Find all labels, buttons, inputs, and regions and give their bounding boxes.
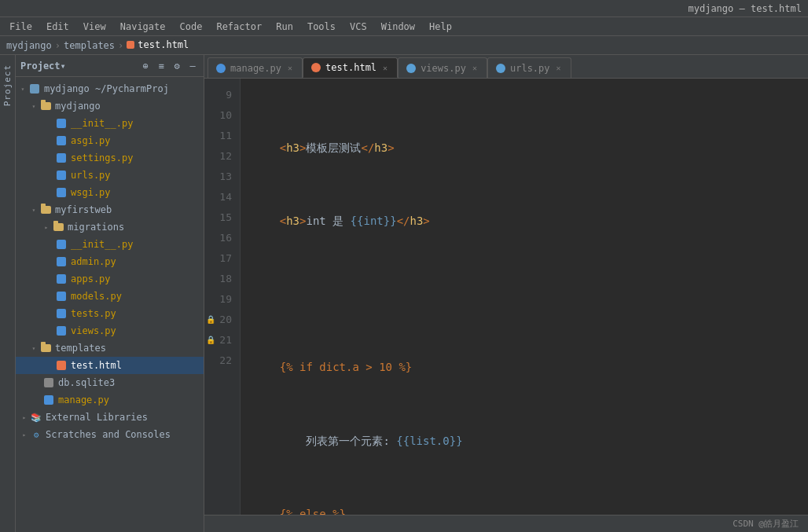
tree-toolbar: Project▾ ⊕ ≡ ⚙ — (16, 55, 204, 77)
tree-init2-label: __init__.py (71, 239, 133, 250)
line-num-19: 19 (204, 289, 240, 310)
gutter-icon-21: 🔒 (206, 334, 215, 347)
tree-myfirstweb-icon (39, 204, 52, 216)
tree-root-icon (28, 83, 41, 95)
code-tag-10: h3 (286, 212, 299, 229)
menu-refactor[interactable]: Refactor (210, 20, 268, 34)
code-line-13: 列表第一个元素: {{list.0}} (253, 431, 808, 451)
menu-tools[interactable]: Tools (301, 20, 342, 34)
tree-scratches[interactable]: ⚙ Scratches and Consoles (16, 426, 204, 443)
tree-file-tests[interactable]: tests.py (16, 305, 204, 322)
menu-run[interactable]: Run (270, 20, 299, 34)
menu-view[interactable]: View (77, 20, 112, 34)
tree-root-label: mydjango ~/PycharmProj (44, 83, 169, 94)
code-line-10: <h3>int 是 {{int}}</h3> (253, 211, 808, 231)
menu-window[interactable]: Window (375, 20, 421, 34)
tab-urls-py[interactable]: urls.py ✕ (487, 57, 571, 78)
tree-external-libraries[interactable]: 📚 External Libraries (16, 409, 204, 426)
menu-bar: File Edit View Navigate Code Refactor Ru… (0, 17, 808, 36)
tree-file-testhtml[interactable]: test.html (16, 357, 204, 374)
tree-folder-migrations[interactable]: migrations (16, 218, 204, 236)
tree-wsgi-icon (55, 186, 68, 199)
code-text-13: 列表第一个元素: (253, 432, 396, 449)
line-num-13: 13 (204, 167, 240, 187)
tree-mydjango-label: mydjango (55, 101, 101, 112)
gutter-icon-20: 🔒 (206, 314, 215, 326)
tree-tests-label: tests.py (71, 308, 116, 319)
tab-manage-label: manage.py (230, 63, 281, 74)
tree-templates-arrow (28, 343, 39, 354)
tab-views-py[interactable]: views.py ✕ (398, 57, 487, 78)
tree-file-apps[interactable]: apps.py (16, 270, 204, 288)
tree-file-asgi[interactable]: asgi.py (16, 132, 204, 149)
tab-manage-icon (216, 64, 226, 73)
project-sidebar-strip[interactable]: Project (0, 55, 16, 532)
tab-manage-py[interactable]: manage.py ✕ (208, 57, 303, 78)
breadcrumb-templates[interactable]: templates (64, 40, 115, 51)
tree-file-views[interactable]: views.py (16, 322, 204, 339)
code-var-10: {{int}} (351, 212, 397, 229)
line-num-22: 22 (204, 350, 240, 371)
menu-edit[interactable]: Edit (40, 20, 75, 34)
line-num-10: 10 (204, 105, 240, 126)
tree-folder-mydjango[interactable]: mydjango (16, 97, 204, 115)
tree-models-icon (55, 290, 68, 303)
tree-views-label: views.py (71, 325, 116, 336)
tree-file-sqlite[interactable]: db.sqlite3 (16, 374, 204, 391)
code-close-angle-9: </ (361, 139, 374, 156)
tab-views-close[interactable]: ✕ (471, 63, 479, 73)
tree-mydjango-icon (39, 100, 52, 112)
tree-file-settings[interactable]: settings.py (16, 149, 204, 167)
tree-folder-templates[interactable]: templates (16, 339, 204, 357)
code-content[interactable]: <h3>模板层测试</h3> <h3>int 是 {{int}}</h3> {%… (241, 79, 808, 515)
breadcrumb-sep-1: › (55, 40, 61, 51)
tab-testhtml-label: test.html (325, 62, 376, 73)
tree-file-init2[interactable]: __init__.py (16, 236, 204, 253)
tree-root[interactable]: mydjango ~/PycharmProj (16, 80, 204, 97)
file-tree-panel: Project▾ ⊕ ≡ ⚙ — mydjango ~/PycharmProj … (16, 55, 204, 532)
tree-models-label: models.py (71, 291, 122, 302)
code-angle-open-9: < (280, 139, 286, 156)
tab-manage-close[interactable]: ✕ (286, 63, 294, 73)
tree-file-admin[interactable]: admin.py (16, 253, 204, 270)
tree-extlib-label: External Libraries (46, 412, 148, 423)
tree-testhtml-icon (55, 359, 68, 372)
tab-urls-icon (496, 64, 505, 73)
tree-close-icon[interactable]: — (186, 60, 199, 72)
tree-file-urls[interactable]: urls.py (16, 167, 204, 184)
tab-urls-close[interactable]: ✕ (555, 63, 563, 73)
tree-file-wsgi[interactable]: wsgi.py (16, 184, 204, 201)
window-title: mydjango – test.html (689, 3, 802, 14)
tree-extlib-arrow (19, 412, 30, 423)
tree-root-arrow (17, 83, 28, 94)
tree-sqlite-arrow (31, 377, 42, 388)
menu-code[interactable]: Code (174, 20, 209, 34)
sidebar-label: Project (2, 64, 13, 106)
tab-testhtml-close[interactable]: ✕ (381, 63, 389, 73)
menu-file[interactable]: File (3, 20, 39, 34)
code-angle-close-9: > (299, 139, 306, 156)
tree-file-models[interactable]: models.py (16, 288, 204, 305)
tree-content: mydjango ~/PycharmProj mydjango __init__… (16, 77, 204, 446)
tree-file-manage[interactable]: manage.py (16, 391, 204, 409)
line-num-21: 🔒 21 (204, 330, 240, 350)
code-tag-14: {% else %} (280, 505, 346, 515)
breadcrumb-root[interactable]: mydjango (6, 40, 52, 51)
tree-settings-icon[interactable]: ⚙ (171, 60, 183, 72)
tree-myfirstweb-arrow (28, 204, 39, 215)
tree-folder-myfirstweb[interactable]: myfirstweb (16, 201, 204, 218)
tree-add-icon[interactable]: ⊕ (139, 60, 152, 72)
menu-vcs[interactable]: VCS (343, 20, 373, 34)
breadcrumb: mydjango › templates › test.html (0, 36, 808, 55)
line-numbers: 9 10 11 12 13 14 15 16 17 18 19 🔒 20 🔒 2… (204, 79, 241, 515)
breadcrumb-file: test.html (127, 39, 189, 51)
tree-mydjango-arrow (28, 101, 39, 112)
tree-file-init[interactable]: __init__.py (16, 115, 204, 132)
tab-test-html[interactable]: test.html ✕ (303, 57, 398, 78)
code-editor[interactable]: 9 10 11 12 13 14 15 16 17 18 19 🔒 20 🔒 2… (204, 79, 808, 515)
tree-collapse-icon[interactable]: ≡ (155, 60, 167, 72)
menu-help[interactable]: Help (423, 20, 458, 34)
tree-scratches-label: Scratches and Consoles (46, 429, 171, 440)
menu-navigate[interactable]: Navigate (114, 20, 172, 34)
line-num-11: 11 (204, 126, 240, 146)
